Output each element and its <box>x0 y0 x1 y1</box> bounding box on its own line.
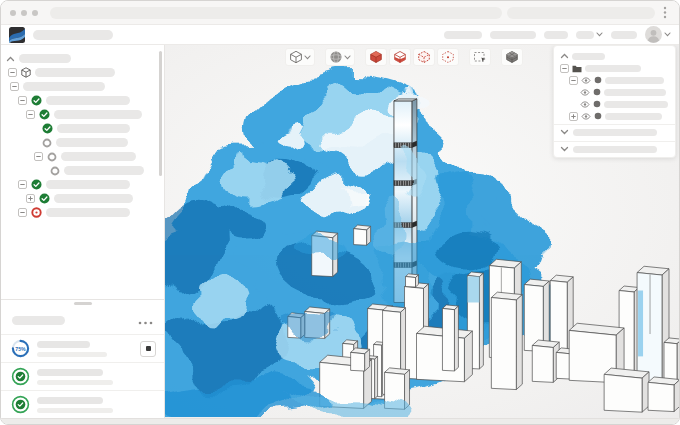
minus-box-toggle-icon[interactable] <box>8 68 17 77</box>
check-circle-icon <box>39 109 50 120</box>
show-hidden-button[interactable] <box>437 48 459 66</box>
tree-row[interactable] <box>1 108 164 121</box>
view-orientation-button[interactable] <box>285 48 315 66</box>
job-title-placeholder <box>37 397 103 404</box>
viewport <box>165 45 679 418</box>
minus-box-toggle-icon[interactable] <box>569 76 578 85</box>
header-nav-item[interactable] <box>576 31 603 39</box>
scene-layer-row[interactable] <box>554 98 675 110</box>
layer-dot-icon <box>593 100 601 108</box>
app-body: 75% <box>1 45 679 418</box>
panel-section-row[interactable] <box>554 124 675 139</box>
caret-up-icon[interactable] <box>6 56 15 62</box>
plus-box-toggle-icon[interactable] <box>569 112 578 121</box>
minus-box-toggle-icon[interactable] <box>34 152 43 161</box>
panel-section-row[interactable] <box>554 141 675 156</box>
scene-layer-row[interactable] <box>554 62 675 74</box>
job-text <box>37 369 113 385</box>
minus-box-toggle-icon[interactable] <box>26 110 35 119</box>
render-mode-button[interactable] <box>325 48 355 66</box>
user-avatar <box>645 26 662 43</box>
simscale-logo-icon[interactable] <box>9 27 25 43</box>
show-split-button[interactable] <box>389 48 411 66</box>
minus-box-toggle-icon[interactable] <box>18 208 27 217</box>
show-transparent-button[interactable] <box>413 48 435 66</box>
tree-label-placeholder <box>46 180 130 189</box>
scene-layer-row[interactable] <box>554 86 675 98</box>
chevron-down-icon[interactable] <box>560 129 569 135</box>
tree-row[interactable] <box>1 66 164 79</box>
user-menu[interactable] <box>645 26 671 43</box>
sidebar-scrollbar[interactable] <box>159 51 162 176</box>
check-circle-icon <box>42 123 53 134</box>
panel-title-placeholder <box>572 53 605 60</box>
tree-row[interactable] <box>1 122 164 135</box>
minus-box-toggle-icon[interactable] <box>10 82 19 91</box>
scene-panel-header[interactable] <box>554 50 675 62</box>
tree-row[interactable] <box>1 206 164 219</box>
traffic-light-icon[interactable] <box>32 10 38 16</box>
folder-icon <box>572 64 582 73</box>
jobs-menu-icon[interactable] <box>138 311 153 329</box>
stop-job-button[interactable] <box>140 341 156 357</box>
plus-box-toggle-icon[interactable] <box>26 194 35 203</box>
tree-row[interactable] <box>1 178 164 191</box>
check-circle-icon <box>31 179 42 190</box>
job-item[interactable] <box>1 390 164 418</box>
stop-icon <box>146 346 151 351</box>
header-nav-item[interactable] <box>544 31 568 39</box>
visibility-eye-icon[interactable] <box>581 113 591 120</box>
job-success-icon <box>11 395 30 414</box>
jobs-title-placeholder <box>12 316 65 325</box>
minus-box-toggle-icon[interactable] <box>560 64 569 73</box>
tree-row[interactable] <box>1 164 164 177</box>
tree-row[interactable] <box>1 192 164 205</box>
section-label-placeholder <box>573 146 657 153</box>
minus-box-toggle-icon[interactable] <box>18 180 27 189</box>
minus-box-toggle-icon[interactable] <box>18 96 27 105</box>
chevron-down-icon <box>664 32 671 37</box>
job-subtitle-placeholder <box>37 408 113 413</box>
mesh-view-button[interactable] <box>501 48 523 66</box>
empty-circle-icon <box>47 152 57 162</box>
tree-row[interactable] <box>1 150 164 163</box>
scene-layer-row[interactable] <box>554 74 675 86</box>
tree-row[interactable] <box>1 94 164 107</box>
job-title-placeholder <box>37 369 103 376</box>
chevron-down-icon[interactable] <box>560 146 569 152</box>
layer-dot-icon <box>593 88 601 96</box>
url-bar[interactable] <box>50 7 502 19</box>
tree-row[interactable] <box>1 80 164 93</box>
simulation-tree <box>1 45 164 219</box>
tree-row[interactable] <box>1 52 164 65</box>
header-nav <box>444 26 671 43</box>
visibility-eye-icon[interactable] <box>580 89 590 96</box>
header-nav-item[interactable] <box>444 31 482 39</box>
caret-up-icon[interactable] <box>560 53 569 59</box>
scene-layer-row[interactable] <box>554 110 675 122</box>
tree-label-placeholder <box>19 54 71 63</box>
tree-row[interactable] <box>1 136 164 149</box>
layer-label-placeholder <box>585 65 641 72</box>
svg-text:75%: 75% <box>15 346 26 352</box>
traffic-light-icon[interactable] <box>10 10 16 16</box>
visibility-eye-icon[interactable] <box>580 101 590 108</box>
panel-drag-handle[interactable] <box>74 302 92 305</box>
layer-dot-icon <box>594 112 602 120</box>
header-nav-item[interactable] <box>611 31 637 39</box>
tree-label-placeholder <box>57 124 130 133</box>
check-circle-icon <box>39 193 50 204</box>
traffic-light-icon[interactable] <box>21 10 27 16</box>
header-nav-item[interactable] <box>490 31 536 39</box>
tree-label-placeholder <box>46 208 130 217</box>
tree-label-placeholder <box>64 166 144 175</box>
secondary-bar[interactable] <box>507 7 655 19</box>
job-item[interactable] <box>1 362 164 390</box>
jobs-panel: 75% <box>1 299 164 418</box>
visibility-eye-icon[interactable] <box>581 77 591 84</box>
box-select-button[interactable] <box>469 48 491 66</box>
browser-menu-icon[interactable] <box>660 6 670 19</box>
tree-label-placeholder <box>35 68 115 77</box>
job-item[interactable]: 75% <box>1 334 164 362</box>
show-solid-button[interactable] <box>365 48 387 66</box>
